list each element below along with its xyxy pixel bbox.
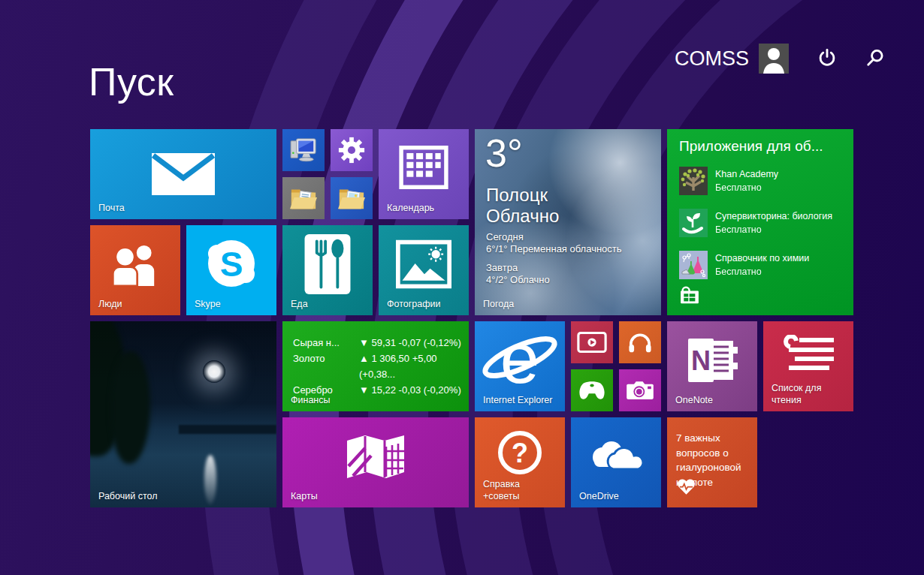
weather-today-forecast: 6°/1° Переменная облачность xyxy=(486,243,622,254)
tile-desktop[interactable]: Рабочий стол xyxy=(90,321,276,507)
power-icon xyxy=(817,48,837,68)
tile-mail[interactable]: Почта xyxy=(90,129,276,219)
reading-list-icon xyxy=(763,321,853,389)
page-title: Пуск xyxy=(89,61,174,104)
weather-tomorrow-label: Завтра xyxy=(486,262,518,273)
people-icon xyxy=(90,225,180,305)
khan-academy-icon xyxy=(679,167,708,195)
store-title: Приложения для об... xyxy=(679,138,823,155)
tile-my-computer[interactable] xyxy=(282,129,325,171)
finance-quotes: Сырая н... ▼ 59,31 -0,07 (-0,12%) Золото… xyxy=(293,335,469,398)
store-item[interactable]: Khan Academy Бесплатно xyxy=(679,167,778,195)
tile-calendar[interactable]: Календарь xyxy=(379,129,469,219)
tile-grid: Почта xyxy=(90,129,853,507)
chemistry-guide-icon xyxy=(679,251,708,279)
tile-label: Календарь xyxy=(387,202,434,214)
tile-label: Почта xyxy=(98,202,125,214)
tile-maps[interactable]: Карты xyxy=(282,417,469,507)
store-item-name: Супервикторина: биология xyxy=(715,211,832,221)
tile-label: Рабочий стол xyxy=(98,490,157,502)
store-item[interactable]: Справочник по химии Бесплатно xyxy=(679,251,809,279)
finance-quote-row: Сырая н... ▼ 59,31 -0,07 (-0,12%) xyxy=(293,335,469,351)
user-icon xyxy=(759,44,789,74)
power-button[interactable] xyxy=(817,48,837,70)
tile-photos[interactable]: Фотографии xyxy=(379,225,469,315)
calendar-icon xyxy=(379,129,469,206)
quote-name: Сырая н... xyxy=(293,335,359,351)
finance-quote-row: Золото ▲ 1 306,50 +5,00 (+0,38... xyxy=(293,351,469,382)
tile-food[interactable]: Еда xyxy=(282,225,373,315)
tile-skype[interactable]: S Skype xyxy=(186,225,276,315)
documents-folder-icon xyxy=(282,177,325,219)
tile-finance[interactable]: Сырая н... ▼ 59,31 -0,07 (-0,12%) Золото… xyxy=(282,321,469,411)
gear-icon xyxy=(331,129,373,171)
weather-today-label: Сегодня xyxy=(486,231,524,242)
camera-icon xyxy=(619,369,661,411)
start-screen: Пуск COMSS xyxy=(0,0,924,575)
user-name: COMSS xyxy=(675,47,749,71)
computer-icon xyxy=(282,129,325,171)
user-menu-button[interactable]: COMSS xyxy=(675,44,789,74)
quote-change: ▲ 1 306,50 +5,00 (+0,38... xyxy=(359,351,469,382)
shade-overlay xyxy=(90,321,276,507)
tile-onedrive[interactable]: OneDrive xyxy=(571,417,661,507)
photos-icon xyxy=(379,225,469,303)
biology-quiz-icon xyxy=(679,209,708,237)
search-icon xyxy=(865,48,885,68)
svg-text:?: ? xyxy=(512,438,528,468)
game-controller-icon xyxy=(571,369,613,411)
avatar xyxy=(759,44,789,74)
tile-games[interactable] xyxy=(571,369,613,411)
store-item-name: Khan Academy xyxy=(715,169,778,179)
search-button[interactable] xyxy=(865,48,885,70)
store-item-name: Справочник по химии xyxy=(715,253,809,263)
quote-change: ▼ 59,31 -0,07 (-0,12%) xyxy=(359,335,461,351)
headphones-icon xyxy=(619,321,661,363)
tile-label: OneNote xyxy=(675,394,713,406)
heart-pulse-icon xyxy=(676,477,696,498)
tile-settings[interactable] xyxy=(331,129,373,171)
food-icon xyxy=(282,225,373,303)
tile-weather[interactable]: 3° Полоцк Облачно Сегодня 6°/1° Переменн… xyxy=(475,129,661,315)
skype-icon: S xyxy=(186,225,276,305)
tile-pictures-folder[interactable] xyxy=(331,177,373,219)
quote-change: ▼ 15,22 -0,03 (-0,20%) xyxy=(359,382,461,398)
svg-text:N: N xyxy=(691,345,711,376)
tile-reading-list[interactable]: Список для чтения xyxy=(763,321,853,411)
tile-video[interactable] xyxy=(571,321,613,363)
tile-store-suggestions[interactable]: Приложения для об... Khan Academy Беспла… xyxy=(667,129,853,315)
tile-camera[interactable] xyxy=(619,369,661,411)
tile-label: Финансы xyxy=(291,394,330,406)
video-icon xyxy=(571,321,613,363)
header-user-area: COMSS xyxy=(675,44,885,74)
store-item-price: Бесплатно xyxy=(715,266,762,277)
tile-label: Список для чтения xyxy=(772,382,835,407)
onenote-icon: N xyxy=(667,321,757,401)
onedrive-cloud-icon xyxy=(571,417,661,495)
tile-label: Фотографии xyxy=(387,298,440,310)
tile-onenote[interactable]: N OneNote xyxy=(667,321,757,411)
tile-music[interactable] xyxy=(619,321,661,363)
tile-label: Справка +советы xyxy=(483,478,546,503)
tile-health-fitness[interactable]: 7 важных вопросов о гиалуроновой кислоте xyxy=(667,417,757,507)
tile-label: Еда xyxy=(291,298,308,310)
tile-documents-folder[interactable] xyxy=(282,177,325,219)
weather-temp: 3° xyxy=(485,131,523,176)
tile-label: Internet Explorer xyxy=(483,394,552,406)
internet-explorer-icon: e xyxy=(475,321,565,404)
pictures-folder-icon xyxy=(331,177,373,219)
store-item[interactable]: Супервикторина: биология Бесплатно xyxy=(679,209,832,237)
store-bag-icon xyxy=(679,285,700,308)
store-item-price: Бесплатно xyxy=(715,224,762,235)
weather-condition: Облачно xyxy=(486,206,559,227)
tile-internet-explorer[interactable]: e Internet Explorer xyxy=(475,321,565,411)
tile-help-tips[interactable]: ? Справка +советы xyxy=(475,417,565,507)
store-item-price: Бесплатно xyxy=(715,182,762,193)
tile-label: OneDrive xyxy=(579,490,619,502)
tile-label: Люди xyxy=(98,298,122,310)
maps-icon xyxy=(282,417,469,498)
tile-label: Skype xyxy=(195,298,221,310)
tile-label: Погода xyxy=(483,298,514,310)
svg-text:S: S xyxy=(220,245,243,284)
tile-people[interactable]: Люди xyxy=(90,225,180,315)
